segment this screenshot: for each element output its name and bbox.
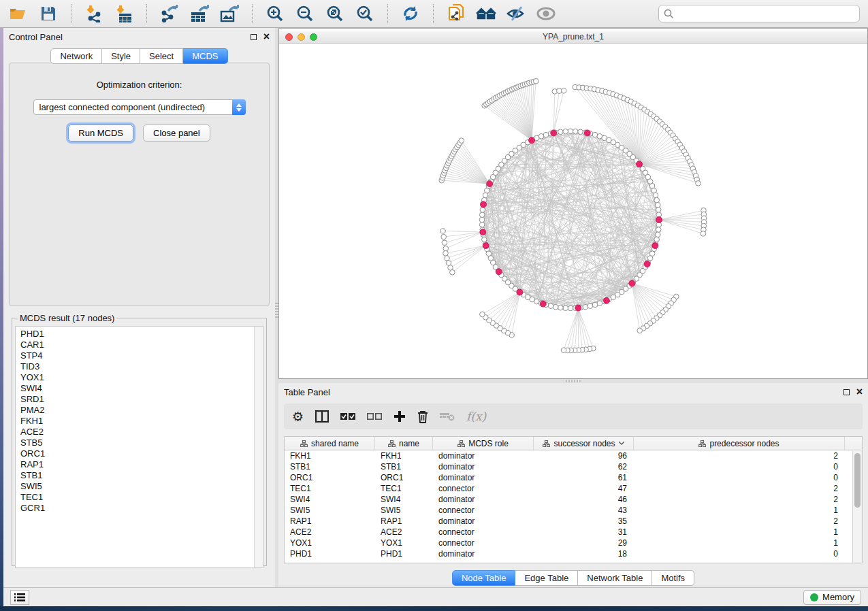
refresh-layout-icon[interactable] [400,3,421,24]
task-history-button[interactable] [10,590,29,605]
tab-style[interactable]: Style [102,48,140,64]
zoom-out-icon[interactable] [295,3,315,24]
table-row[interactable]: TEC1TEC1connector472 [285,483,862,494]
tab-select[interactable]: Select [140,48,183,64]
table-cell[interactable]: dominator [433,462,534,472]
table-row[interactable]: FKH1FKH1dominator962 [285,450,862,461]
tab-node-table[interactable]: Node Table [452,570,516,586]
deselect-all-icon[interactable] [367,412,382,420]
column-header-MCDS-role[interactable]: MCDS role [433,437,534,450]
table-cell[interactable]: 61 [534,473,634,482]
run-mcds-button[interactable]: Run MCDS [68,125,133,142]
network-graph-canvas[interactable] [279,44,867,378]
table-row[interactable]: STB1STB1dominator620 [285,461,862,472]
table-cell[interactable]: 47 [534,484,634,493]
table-cell[interactable]: TEC1 [285,484,375,493]
table-row[interactable]: SWI4SWI4dominator462 [285,494,862,505]
table-cell[interactable]: dominator [433,516,534,526]
import-table-icon[interactable] [114,3,134,24]
table-cell[interactable]: 18 [534,549,634,559]
table-scrollbar[interactable] [852,451,862,563]
mcds-result-item[interactable]: SRD1 [20,394,263,405]
mcds-result-item[interactable]: YOX1 [20,372,263,383]
column-header-shared-name[interactable]: shared name [285,437,375,450]
table-row[interactable]: YOX1YOX1connector291 [285,538,862,548]
column-icon[interactable] [315,410,329,423]
table-row[interactable]: SWI5SWI5connector431 [285,505,862,516]
save-session-icon[interactable] [38,3,59,24]
table-cell[interactable]: connector [433,484,534,493]
mcds-result-list[interactable]: PHD1CAR1STP4TID3YOX1SWI4SRD1PMA2FKH1ACE2… [15,326,263,568]
table-cell[interactable]: RAP1 [375,516,433,526]
gear-icon[interactable]: ⚙ [292,409,304,425]
table-cell[interactable]: 1 [634,506,845,515]
table-cell[interactable]: dominator [433,451,534,461]
column-header-name[interactable]: name [375,437,433,450]
table-scrollbar-thumb[interactable] [854,453,861,508]
float-panel-icon[interactable] [843,389,850,395]
table-cell[interactable]: YOX1 [285,538,375,548]
table-cell[interactable]: 1 [634,538,845,548]
table-cell[interactable]: 31 [534,527,634,537]
memory-button[interactable]: Memory [803,590,861,605]
search-input[interactable] [677,9,854,19]
table-cell[interactable]: PHD1 [285,549,375,559]
table-cell[interactable]: 2 [634,516,845,526]
export-image-icon[interactable] [219,3,240,24]
mcds-result-item[interactable]: RAP1 [20,459,263,470]
table-cell[interactable]: dominator [433,473,534,482]
table-cell[interactable]: 96 [534,451,634,461]
mcds-result-item[interactable]: CAR1 [20,340,263,350]
mcds-result-item[interactable]: ACE2 [20,427,263,437]
table-cell[interactable]: SWI5 [375,506,433,515]
tab-network[interactable]: Network [50,48,102,64]
table-cell[interactable]: 46 [534,495,634,504]
network-manager-icon[interactable] [476,3,496,24]
table-cell[interactable]: connector [433,538,534,548]
table-cell[interactable]: RAP1 [285,516,375,526]
table-cell[interactable]: 0 [634,462,845,472]
table-cell[interactable]: 0 [634,549,845,559]
table-cell[interactable]: FKH1 [285,451,375,461]
mcds-result-item[interactable]: TEC1 [20,492,263,503]
mcds-result-item[interactable]: SWI4 [20,383,263,394]
close-panel-icon[interactable]: × [263,31,270,42]
float-panel-icon[interactable] [251,34,257,40]
zoom-selected-icon[interactable] [355,3,375,24]
table-cell[interactable]: ACE2 [375,527,433,537]
table-cell[interactable]: STB1 [375,462,433,472]
close-panel-button[interactable]: Close panel [143,125,210,142]
table-cell[interactable]: 43 [534,506,634,515]
table-row[interactable]: ORC1ORC1dominator610 [285,472,862,483]
table-row[interactable]: ACE2ACE2connector311 [285,527,862,538]
table-cell[interactable]: PHD1 [375,549,433,559]
mcds-result-item[interactable]: SWI5 [20,481,263,492]
table-cell[interactable]: 2 [634,451,845,461]
table-cell[interactable]: YOX1 [375,538,433,548]
column-header-predecessor-nodes[interactable]: predecessor nodes [634,437,845,450]
search-box[interactable] [658,5,860,22]
optimization-criterion-select[interactable]: largest connected component (undirected) [33,99,246,115]
table-cell[interactable]: SWI4 [375,495,433,504]
column-header-successor-nodes[interactable]: successor nodes [534,437,634,450]
mcds-result-item[interactable]: STP4 [20,350,263,361]
add-column-icon[interactable] [393,410,406,423]
table-cell[interactable]: ORC1 [285,473,375,482]
mcds-result-item[interactable]: ORC1 [20,448,263,459]
table-cell[interactable]: connector [433,527,534,537]
delete-column-icon[interactable] [417,410,428,423]
mcds-result-item[interactable]: STB5 [20,437,263,448]
mcds-result-item[interactable]: GCR1 [20,503,263,514]
table-row[interactable]: PHD1PHD1dominator180 [285,548,862,559]
tab-edge-table[interactable]: Edge Table [515,570,578,586]
hide-graphics-details-icon[interactable] [506,3,526,24]
import-network-icon[interactable] [84,3,104,24]
clone-network-icon[interactable] [446,3,466,24]
select-all-icon[interactable] [340,412,355,420]
mcds-result-item[interactable]: STB1 [20,470,263,481]
zoom-fit-icon[interactable] [325,3,345,24]
table-cell[interactable]: ACE2 [285,527,375,537]
birdseye-view-icon[interactable] [536,3,556,24]
mcds-list-scrollbar[interactable] [254,327,263,567]
table-cell[interactable]: 62 [534,462,634,472]
